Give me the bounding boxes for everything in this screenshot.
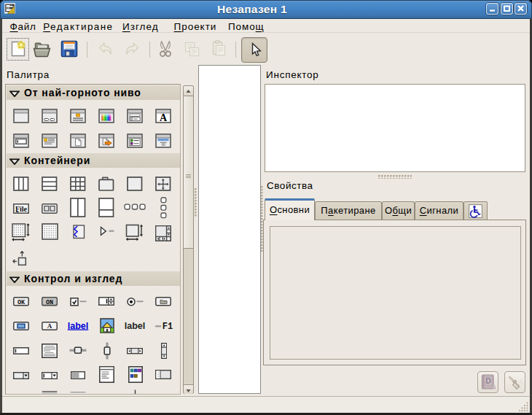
svg-text:label: label (68, 321, 89, 331)
svg-text:D: D (485, 376, 491, 385)
svg-text:File: File (15, 205, 28, 213)
svg-text:F1: F1 (163, 322, 173, 332)
svg-text:OK: OK (17, 299, 26, 306)
svg-text:ON: ON (46, 299, 53, 306)
svg-text:A: A (160, 112, 168, 123)
svg-text:A: A (47, 322, 52, 330)
svg-text:label: label (125, 321, 146, 331)
